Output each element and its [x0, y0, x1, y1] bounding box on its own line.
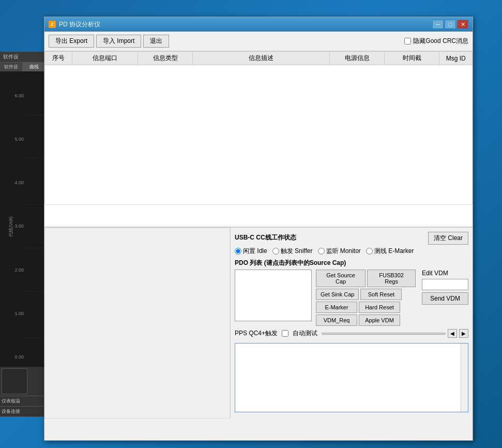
- mode-emarker-label: 测线 E-Marker: [374, 247, 414, 256]
- mode-monitor[interactable]: 监听 Monitor: [318, 247, 361, 256]
- textarea-scrollbar[interactable]: [461, 344, 468, 412]
- hide-crc-container: 隐藏Good CRC消息: [404, 37, 468, 46]
- mode-idle[interactable]: 闲置 Idle: [235, 247, 267, 256]
- send-vdm-button[interactable]: Send VDM: [422, 292, 468, 305]
- pps-scroll-right[interactable]: ▶: [459, 329, 468, 338]
- pdo-section: PDO 列表 (请点击列表中的Source Cap) Get Source Ca…: [235, 259, 468, 326]
- thumbnail-area: 仪表核温 设备连接: [0, 367, 45, 417]
- fusb302-regs-button[interactable]: FUSB302 Regs: [367, 270, 416, 287]
- chart-y-labels: 6.00 5.00 4.00 3.00 2.00 1.00 0.00: [7, 71, 25, 381]
- chart-sub-tabs: 软件设 曲线: [0, 63, 45, 71]
- chart-tab: 软件设: [0, 52, 45, 63]
- hard-reset-button[interactable]: Hard Reset: [359, 302, 400, 313]
- mode-idle-label: 闲置 Idle: [243, 247, 267, 256]
- edit-vdm-title: Edit VDM: [422, 270, 468, 277]
- thumb-text-1: 设备连接: [2, 408, 20, 415]
- pps-slider[interactable]: [322, 333, 446, 335]
- mode-monitor-label: 监听 Monitor: [326, 247, 361, 256]
- bottom-textarea-area: [235, 343, 468, 412]
- table-row: [45, 65, 473, 205]
- y-label-1: 1.00: [7, 311, 25, 316]
- window-content: 导出 Export 导入 Import 退出 隐藏Good CRC消息 序号 信…: [44, 32, 473, 440]
- radio-emarker[interactable]: [366, 248, 373, 255]
- import-button[interactable]: 导入 Import: [96, 35, 141, 48]
- thumb-text-0: 仪表核温: [2, 398, 20, 405]
- chart-area: 代线(Volt) 6.00 5.00 4.00 3.00 2.00 1.00 0…: [0, 71, 45, 381]
- radio-idle[interactable]: [235, 248, 241, 255]
- data-table: 序号 信息端口 信息类型 信息描述 电源信息 时间截 Msg ID: [44, 51, 473, 205]
- auto-test-label: 自动测试: [293, 329, 317, 338]
- chart-grid: [26, 71, 45, 381]
- col-header-time: 时间截: [385, 52, 439, 65]
- mode-emarker[interactable]: 测线 E-Marker: [366, 247, 414, 256]
- pdo-title: PDO 列表 (请点击列表中的Source Cap): [235, 259, 468, 267]
- export-button[interactable]: 导出 Export: [49, 35, 94, 48]
- soft-reset-button[interactable]: Soft Reset: [360, 289, 402, 300]
- thumb-label-1: 设备连接: [0, 407, 45, 417]
- thumb-label-0: 仪表核温: [0, 396, 45, 407]
- title-bar: Z PD 协议分析仪 ─ □ ✕: [44, 17, 473, 32]
- exit-button[interactable]: 退出: [143, 35, 169, 48]
- close-button[interactable]: ✕: [457, 20, 468, 29]
- col-header-desc: 信息描述: [193, 52, 330, 65]
- pdo-buttons: Get Source Cap FUSB302 Regs Get Sink Cap…: [316, 270, 416, 326]
- y-label-5: 5.00: [7, 137, 25, 142]
- app-icon: Z: [49, 21, 56, 28]
- pdo-list[interactable]: [235, 270, 312, 321]
- minimize-button[interactable]: ─: [432, 20, 444, 29]
- apple-vdm-button[interactable]: Apple VDM: [359, 315, 400, 326]
- pps-section: PPS QC4+触发 自动测试 ◀ ▶: [235, 329, 468, 338]
- col-header-type: 信息类型: [138, 52, 193, 65]
- vdm-req-button[interactable]: VDM_Req: [316, 315, 357, 326]
- chart-panel: 软件设 软件设 曲线 代线(Volt) 6.00 5.00 4.00 3.00 …: [0, 52, 45, 388]
- chart-sub-tab-curve[interactable]: 曲线: [23, 63, 45, 71]
- chart-sub-tab-settings[interactable]: 软件设: [0, 63, 23, 71]
- title-bar-controls: ─ □ ✕: [432, 20, 468, 29]
- y-label-3: 3.00: [7, 223, 25, 229]
- left-panel: [44, 228, 231, 419]
- pdo-btn-row-2: Get Sink Cap Soft Reset: [316, 289, 416, 300]
- pps-scroll-left[interactable]: ◀: [448, 329, 457, 338]
- col-header-msgid: Msg ID: [439, 52, 473, 65]
- thumb-item-0: [0, 367, 45, 396]
- col-header-seq: 序号: [45, 52, 72, 65]
- clear-button[interactable]: 清空 Clear: [428, 232, 468, 245]
- maximize-button[interactable]: □: [445, 20, 456, 29]
- auto-test-checkbox[interactable]: [282, 330, 288, 337]
- radio-sniffer[interactable]: [272, 248, 279, 255]
- edit-vdm-panel: Edit VDM Send VDM: [422, 270, 468, 326]
- pdo-btn-row-4: VDM_Req Apple VDM: [316, 315, 416, 326]
- pps-slider-area: ◀ ▶: [322, 329, 468, 338]
- get-source-cap-button[interactable]: Get Source Cap: [316, 270, 366, 287]
- col-header-power: 电源信息: [330, 52, 385, 65]
- y-label-4: 4.00: [7, 180, 25, 185]
- radio-monitor[interactable]: [318, 248, 325, 255]
- y-label-0: 0.00: [7, 354, 25, 360]
- usb-cc-title: USB-C CC线工作状态: [235, 233, 296, 242]
- usb-cc-section: USB-C CC线工作状态 清空 Clear 闲置 Idle 触发 Sniffe…: [235, 232, 468, 256]
- data-table-area[interactable]: 序号 信息端口 信息类型 信息描述 电源信息 时间截 Msg ID: [44, 51, 473, 227]
- canvas-area: [44, 228, 230, 419]
- y-label-6: 6.00: [7, 93, 25, 98]
- mode-radio-group: 闲置 Idle 触发 Sniffer 监听 Monitor 测线 E-: [235, 247, 468, 256]
- y-label-2: 2.00: [7, 267, 25, 273]
- window-title: PD 协议分析仪: [59, 20, 432, 29]
- bottom-panel: USB-C CC线工作状态 清空 Clear 闲置 Idle 触发 Sniffe…: [44, 227, 473, 419]
- hide-crc-label[interactable]: 隐藏Good CRC消息: [413, 37, 468, 46]
- bottom-textarea[interactable]: [235, 344, 468, 412]
- get-sink-cap-button[interactable]: Get Sink Cap: [316, 289, 359, 300]
- mode-sniffer[interactable]: 触发 Sniffer: [272, 247, 313, 256]
- e-marker-button[interactable]: E-Marker: [316, 302, 357, 313]
- hide-crc-checkbox[interactable]: [404, 38, 411, 44]
- mode-sniffer-label: 触发 Sniffer: [281, 247, 313, 256]
- main-window: Z PD 协议分析仪 ─ □ ✕ 导出 Export 导入 Import 退出 …: [44, 17, 473, 441]
- toolbar: 导出 Export 导入 Import 退出 隐藏Good CRC消息: [44, 32, 473, 51]
- pps-label: PPS QC4+触发: [235, 329, 278, 338]
- thumbnail-image-0: [2, 368, 27, 394]
- pdo-btn-row-1: Get Source Cap FUSB302 Regs: [316, 270, 416, 287]
- col-header-port: 信息端口: [72, 52, 138, 65]
- chart-tab-label[interactable]: 软件设: [3, 54, 19, 59]
- right-panel: USB-C CC线工作状态 清空 Clear 闲置 Idle 触发 Sniffe…: [231, 228, 473, 419]
- pdo-btn-row-3: E-Marker Hard Reset: [316, 302, 416, 313]
- vdm-input[interactable]: [422, 279, 468, 290]
